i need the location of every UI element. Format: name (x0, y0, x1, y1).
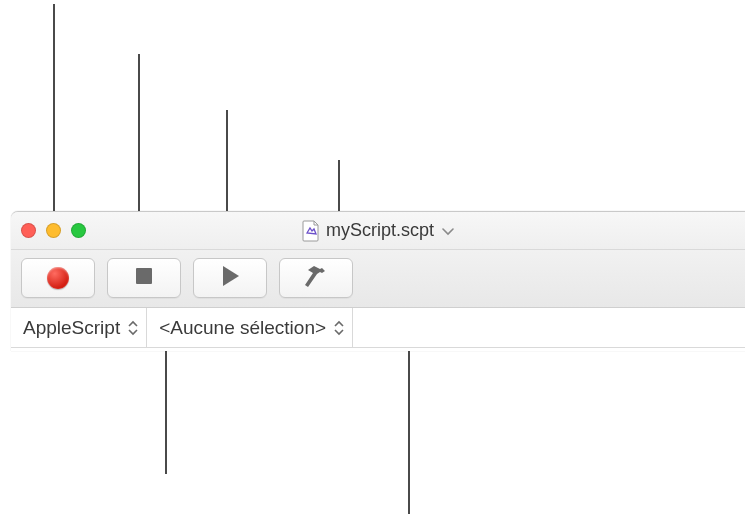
zoom-window-button[interactable] (71, 223, 86, 238)
callout-line (165, 348, 167, 474)
stop-icon (134, 266, 154, 290)
record-icon (47, 267, 69, 289)
document-icon (302, 220, 320, 242)
stop-button[interactable] (107, 258, 181, 298)
callout-line (408, 348, 410, 514)
hammer-icon (303, 264, 329, 292)
record-button[interactable] (21, 258, 95, 298)
selection-popup-label: <Aucune sélection> (159, 317, 326, 339)
compile-button[interactable] (279, 258, 353, 298)
editor-area[interactable] (11, 348, 745, 351)
svg-rect-0 (136, 268, 152, 284)
window-title-group: myScript.scpt (11, 220, 745, 242)
play-icon (219, 264, 241, 292)
title-menu-chevron-icon[interactable] (442, 223, 454, 239)
app-window: myScript.scpt (11, 211, 745, 351)
language-popup[interactable]: AppleScript (11, 308, 147, 347)
stepper-icon (334, 320, 344, 336)
selection-popup[interactable]: <Aucune sélection> (147, 308, 353, 347)
run-button[interactable] (193, 258, 267, 298)
minimize-window-button[interactable] (46, 223, 61, 238)
traffic-lights (21, 223, 86, 238)
toolbar (11, 250, 745, 308)
window-title: myScript.scpt (326, 220, 434, 241)
language-popup-label: AppleScript (23, 317, 120, 339)
navigation-bar: AppleScript <Aucune sélection> (11, 308, 745, 348)
titlebar: myScript.scpt (11, 212, 745, 250)
stepper-icon (128, 320, 138, 336)
close-window-button[interactable] (21, 223, 36, 238)
